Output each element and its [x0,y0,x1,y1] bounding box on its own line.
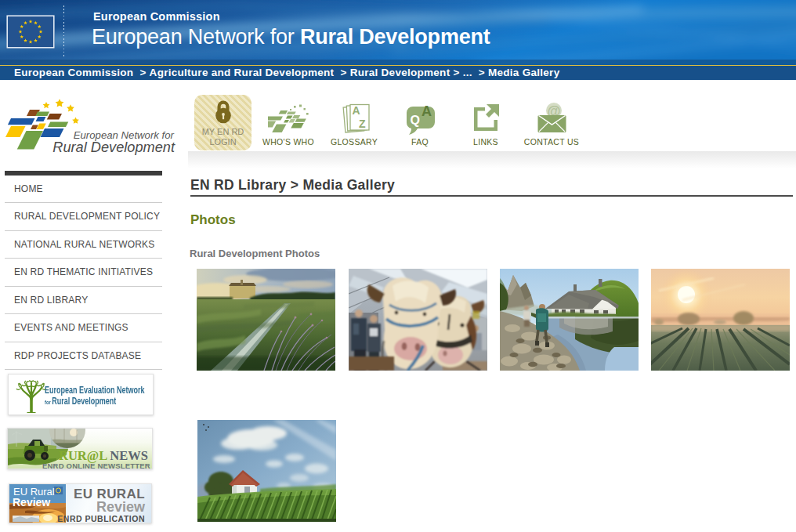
svg-text:Z: Z [359,118,366,130]
svg-text:A: A [422,103,432,119]
svg-text:A: A [353,104,360,117]
svg-text:Review: Review [13,496,50,508]
svg-text:Rural Development: Rural Development [52,139,175,155]
svg-text:Q: Q [411,114,420,127]
